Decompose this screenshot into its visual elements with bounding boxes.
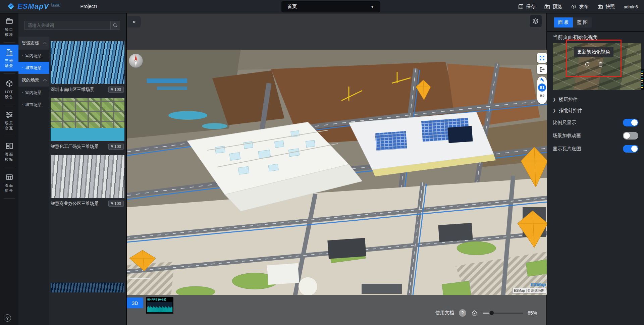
sidebar-item-3d-scene[interactable]: 三维 场景 [0, 45, 18, 71]
main-sidebar: 项目 模板 三维 场景 IOT 设备 场景 交互 [0, 13, 18, 325]
home-button[interactable] [471, 310, 478, 316]
preview-label: 预览 [552, 4, 562, 10]
exit-scene-button[interactable] [537, 64, 547, 74]
scene-cards-column: 深圳市南山区三维场景 ¥ 100 智慧化工厂码头三维场景 ¥ 100 智慧商业办… [49, 37, 126, 325]
library-body: 资源市场 · 室内场景 · 城市场景 我的场景 · 室内场景 [18, 37, 126, 325]
tab-panel[interactable]: 面板 [554, 17, 573, 28]
collapse-caret-icon [43, 79, 47, 82]
category-city-scenes[interactable]: · 城市场景 [18, 62, 49, 74]
scene-card-partial[interactable] [51, 283, 124, 292]
zoom-value: 65% [528, 310, 537, 316]
group-my-scenes[interactable]: 我的场景 [18, 74, 49, 87]
price-badge: ¥ 100 [108, 144, 124, 150]
fps-graph [147, 302, 172, 312]
initial-view-thumbnail[interactable]: 更新初始化视角 [553, 43, 641, 90]
category-my-city-scenes[interactable]: · 城市场景 [18, 99, 49, 111]
scale-display-toggle[interactable] [623, 119, 638, 126]
group-title: 我的场景 [22, 77, 39, 83]
tile-basemap-row: 显示瓦片底图 [553, 142, 638, 155]
collapse-panel-button[interactable]: « [127, 16, 141, 28]
search-row [18, 13, 126, 37]
tab-blueprint[interactable]: 蓝图 [573, 17, 592, 28]
floor-button-b1[interactable]: B1 [538, 84, 546, 92]
sidebar-item-page-components[interactable]: 页面 组件 [0, 169, 18, 196]
compass-control-section[interactable]: ❯ 指北针控件 [553, 105, 638, 116]
bullet-icon: · [22, 91, 23, 94]
canvas-bottom-bar: 3D 50 FPS (0-61) 使用文档 ? 65% [127, 295, 546, 325]
scene-title: 智慧商业办公区三维场景 [51, 201, 99, 207]
project-name: Project1 [80, 4, 98, 9]
scene-thumbnail[interactable] [51, 155, 124, 198]
layout-icon [5, 142, 14, 150]
dropdown-caret-icon: ▼ [371, 5, 374, 9]
logo-gem-icon [7, 3, 15, 10]
map-3d-viewport[interactable]: B1 B2 ESMap ESMap | © 高德地图 [127, 50, 548, 295]
esmap-logo: ESMap [512, 282, 546, 287]
chevron-right-icon: ❯ [553, 108, 556, 113]
publish-icon [571, 4, 577, 10]
layers-icon [532, 17, 539, 25]
top-bar: ESMapV Beta Project1 首页 ▼ 保存 预览 [0, 0, 644, 13]
zoom-slider[interactable] [483, 311, 523, 315]
page-selector-dropdown[interactable]: 首页 ▼ [281, 1, 380, 12]
divider [4, 198, 15, 199]
sidebar-item-project-templates[interactable]: 项目 模板 [0, 13, 18, 40]
sidebar-item-scene-interaction[interactable]: 场景 交互 [0, 107, 18, 134]
price-badge: ¥ 100 [108, 87, 124, 93]
zoom-slider-knob[interactable] [489, 311, 494, 315]
inspector-scrollbar[interactable] [641, 69, 644, 90]
cube-icon [5, 79, 14, 88]
preview-button[interactable]: 预览 [544, 4, 562, 10]
category-indoor-scenes[interactable]: · 室内场景 [18, 50, 49, 62]
inspector-tabs: 面板 蓝图 [554, 17, 592, 28]
scene-title: 深圳市南山区三维场景 [51, 87, 94, 93]
fullscreen-button[interactable] [537, 53, 547, 63]
help-button[interactable]: ? [4, 314, 11, 322]
scale-display-row: 比例尺显示 [553, 116, 638, 129]
search-input[interactable] [24, 21, 111, 30]
canvas-toolbar-strip: « [127, 13, 546, 50]
mode-3d-button[interactable]: 3D [127, 297, 143, 308]
divider [4, 42, 15, 43]
building-icon [5, 48, 14, 57]
publish-button[interactable]: 发布 [571, 4, 588, 10]
attribution-text: ESMap | © 高德地图 [512, 288, 546, 293]
category-my-indoor-scenes[interactable]: · 室内场景 [18, 87, 49, 99]
refresh-icon[interactable] [584, 61, 590, 67]
loading-animation-toggle[interactable] [623, 132, 638, 140]
bullet-icon: · [22, 66, 23, 69]
save-icon [518, 4, 524, 10]
scene-thumbnail[interactable] [51, 41, 124, 84]
scene-thumbnail[interactable] [51, 98, 124, 141]
bottom-right-controls: 使用文档 ? 65% [435, 295, 537, 325]
delete-icon[interactable] [598, 61, 603, 67]
group-resource-market[interactable]: 资源市场 [18, 37, 49, 50]
loading-animation-row: 场景加载动画 [553, 129, 638, 142]
tile-basemap-toggle[interactable] [623, 145, 638, 153]
scene-card[interactable]: 深圳市南山区三维场景 ¥ 100 [51, 41, 124, 93]
exit-door-icon [539, 66, 545, 72]
update-initial-view-button[interactable]: 更新初始化视角 [574, 47, 613, 57]
sidebar-item-iot-devices[interactable]: IOT 设备 [0, 76, 18, 103]
username[interactable]: admin6 [624, 4, 638, 9]
compass-widget[interactable] [128, 53, 144, 68]
docs-link[interactable]: 使用文档 [435, 310, 454, 316]
preview-icon [544, 4, 550, 10]
map-3d-view[interactable] [127, 50, 548, 295]
floor-button-b2[interactable]: B2 [540, 94, 544, 98]
esmapv-editor: ESMapV Beta Project1 首页 ▼ 保存 预览 [0, 0, 644, 325]
snapshot-button[interactable]: 快照 [597, 4, 615, 10]
help-icon[interactable]: ? [459, 309, 466, 317]
app-logo[interactable]: ESMapV Beta [7, 2, 60, 11]
layers-button[interactable] [529, 15, 542, 28]
sidebar-item-page-templates[interactable]: 页面 模板 [0, 138, 18, 165]
sliders-icon [5, 110, 14, 119]
search-button[interactable] [111, 21, 120, 30]
scene-card[interactable]: 智慧化工厂码头三维场景 ¥ 100 [51, 98, 124, 150]
scene-title: 智慧化工厂码头三维场景 [51, 144, 99, 150]
save-button[interactable]: 保存 [518, 4, 535, 10]
floor-control-section[interactable]: ❯ 楼层控件 [553, 94, 638, 105]
scene-card[interactable]: 智慧商业办公区三维场景 ¥ 100 [51, 155, 124, 207]
map-attribution: ESMap ESMap | © 高德地图 [512, 282, 546, 293]
divider [4, 105, 15, 105]
